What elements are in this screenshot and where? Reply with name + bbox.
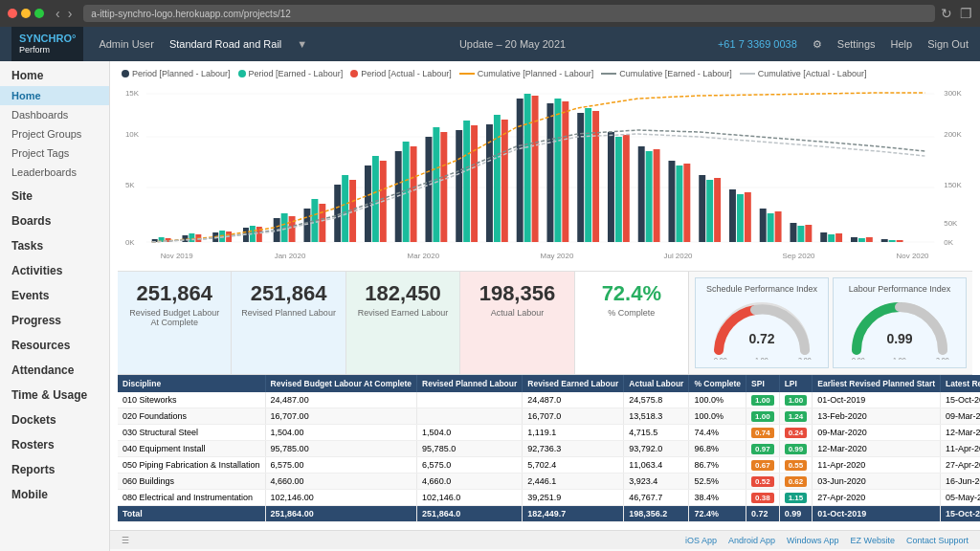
sidebar-item-leaderboards[interactable]: Leaderboards <box>0 163 109 182</box>
kpi-earned-value: 182,450 <box>354 281 452 306</box>
sidebar-item-home[interactable]: Home <box>0 86 109 105</box>
svg-rect-66 <box>615 137 622 242</box>
back-button[interactable]: ‹ <box>56 6 60 21</box>
legend-dash-cum-actual <box>740 73 755 75</box>
topbar-project[interactable]: Standard Road and Rail <box>169 38 281 50</box>
th-lrpf: Latest Revised Planned Finish <box>941 375 980 392</box>
gauge-spi-svg: 0.00 1.00 2.00 0.72 <box>709 298 814 360</box>
footer-contact[interactable]: Contact Support <box>906 536 969 545</box>
svg-text:Nov 2019: Nov 2019 <box>161 252 193 260</box>
table-row: 030 Structural Steel1,504.001,504.01,119… <box>118 425 980 441</box>
svg-rect-58 <box>532 96 539 242</box>
svg-rect-90 <box>858 238 865 242</box>
footer-android[interactable]: Android App <box>728 536 775 545</box>
main-layout: Home Home Dashboards Project Groups Proj… <box>0 61 980 551</box>
kpi-budget-label: Revised Budget Labour At Complete <box>125 308 223 327</box>
sidebar-section-resources-label[interactable]: Resources <box>0 331 109 356</box>
sidebar-section-home-label: Home <box>0 61 109 86</box>
svg-text:0.00: 0.00 <box>714 357 727 360</box>
svg-rect-69 <box>646 151 653 242</box>
th-actual: Actual Labour <box>624 375 689 392</box>
sidebar-section-dockets-label[interactable]: Dockets <box>0 406 109 430</box>
sidebar-item-dashboards[interactable]: Dashboards <box>0 105 109 124</box>
svg-text:Sep 2020: Sep 2020 <box>783 252 815 260</box>
svg-rect-82 <box>775 211 782 242</box>
kpi-actual-label: Actual Labour <box>468 308 566 318</box>
gauges-container: Schedule Performance Index 0.00 1. <box>688 272 972 374</box>
svg-text:0.99: 0.99 <box>886 331 912 346</box>
legend-dash-cum-earned <box>601 73 616 75</box>
topbar: SYNCHRO° Perform Admin User Standard Roa… <box>0 27 980 61</box>
sidebar-section-boards-label[interactable]: Boards <box>0 207 109 231</box>
table-row: 080 Electrical and Instrumentation102,14… <box>118 490 980 506</box>
legend-label-cum-planned: Cumulative [Planned - Labour] <box>478 69 594 78</box>
svg-text:0K: 0K <box>944 238 953 247</box>
logo-area: SYNCHRO° Perform <box>11 27 83 61</box>
th-spi: SPI <box>746 375 780 392</box>
footer-ez[interactable]: EZ Website <box>851 536 895 545</box>
footer-ios[interactable]: iOS App <box>685 536 717 545</box>
kpi-pct-label: % Complete <box>583 308 680 318</box>
legend-dot-planned <box>122 70 129 77</box>
svg-text:150K: 150K <box>944 181 962 189</box>
sidebar-section-activities-label[interactable]: Activities <box>0 256 109 281</box>
svg-rect-77 <box>729 189 736 242</box>
th-lpi: LPI <box>779 375 813 392</box>
dot-yellow[interactable] <box>21 9 31 18</box>
svg-rect-80 <box>760 209 767 242</box>
sidebar-section-reports-label[interactable]: Reports <box>0 455 109 480</box>
sidebar-section-events-label[interactable]: Events <box>0 281 109 306</box>
footer-icon: ☰ <box>122 536 129 545</box>
sidebar-section-rosters-label[interactable]: Rosters <box>0 430 109 455</box>
topbar-phone: +61 7 3369 0038 <box>718 38 797 50</box>
sidebar-item-project-groups[interactable]: Project Groups <box>0 124 109 143</box>
sidebar-item-project-tags[interactable]: Project Tags <box>0 143 109 163</box>
signout-link[interactable]: Sign Out <box>927 38 969 50</box>
footer-links: iOS App Android App Windows App EZ Websi… <box>685 536 969 545</box>
sidebar-section-progress-label[interactable]: Progress <box>0 306 109 331</box>
sidebar-section-time-label[interactable]: Time & Usage <box>0 381 109 406</box>
refresh-icon[interactable]: ↻ <box>941 6 952 21</box>
share-icon[interactable]: ❐ <box>960 6 972 21</box>
svg-text:10K: 10K <box>125 130 140 139</box>
topbar-user[interactable]: Admin User <box>99 38 153 50</box>
browser-chrome: ‹ › a-ittip-synchro-logo.herokuapp.com/p… <box>0 0 980 27</box>
forward-button[interactable]: › <box>68 6 73 21</box>
settings-icon[interactable]: ⚙ <box>813 38 822 51</box>
svg-rect-54 <box>494 115 501 242</box>
table-row: 020 Foundations16,707.0016,707.013,518.3… <box>118 408 980 425</box>
help-link[interactable]: Help <box>891 38 913 50</box>
svg-text:0K: 0K <box>125 238 135 247</box>
dot-green[interactable] <box>34 9 44 18</box>
sidebar-section-attendance-label[interactable]: Attendance <box>0 356 109 381</box>
legend-actual: Period [Actual - Labour] <box>350 69 452 78</box>
svg-rect-51 <box>463 121 470 242</box>
svg-text:0.00: 0.00 <box>852 357 865 360</box>
svg-rect-34 <box>289 216 296 242</box>
legend-planned: Period [Planned - Labour] <box>122 69 231 78</box>
address-bar[interactable]: a-ittip-synchro-logo.herokuapp.com/proje… <box>83 5 935 22</box>
legend-dash-cum-planned <box>459 73 475 75</box>
th-discipline: Discipline <box>118 375 265 392</box>
dot-red[interactable] <box>8 9 17 18</box>
table-body: 010 Siteworks24,487.0024,487.024,575.810… <box>118 392 980 522</box>
svg-rect-52 <box>471 125 478 242</box>
svg-text:May 2020: May 2020 <box>541 252 574 260</box>
th-planned: Revised Planned Labour <box>417 375 523 392</box>
settings-link[interactable]: Settings <box>837 38 876 50</box>
sidebar-section-mobile-label[interactable]: Mobile <box>0 480 109 505</box>
svg-rect-71 <box>668 161 675 242</box>
svg-rect-88 <box>835 233 842 242</box>
svg-rect-78 <box>737 194 744 242</box>
browser-actions: ↻ ❐ <box>941 6 972 21</box>
gauge-lpi: Labour Performance Index 0.00 1.00 2.00 … <box>833 277 967 368</box>
svg-rect-48 <box>433 127 439 242</box>
svg-text:1.00: 1.00 <box>755 357 768 360</box>
footer-windows[interactable]: Windows App <box>787 536 839 545</box>
svg-text:Nov 2020: Nov 2020 <box>897 252 929 260</box>
sidebar-section-tasks-label[interactable]: Tasks <box>0 231 109 256</box>
svg-rect-86 <box>820 232 827 242</box>
sidebar-section-site-label: Site <box>0 182 109 207</box>
svg-text:2.00: 2.00 <box>936 357 949 360</box>
kpi-pct-value: 72.4% <box>583 281 680 306</box>
